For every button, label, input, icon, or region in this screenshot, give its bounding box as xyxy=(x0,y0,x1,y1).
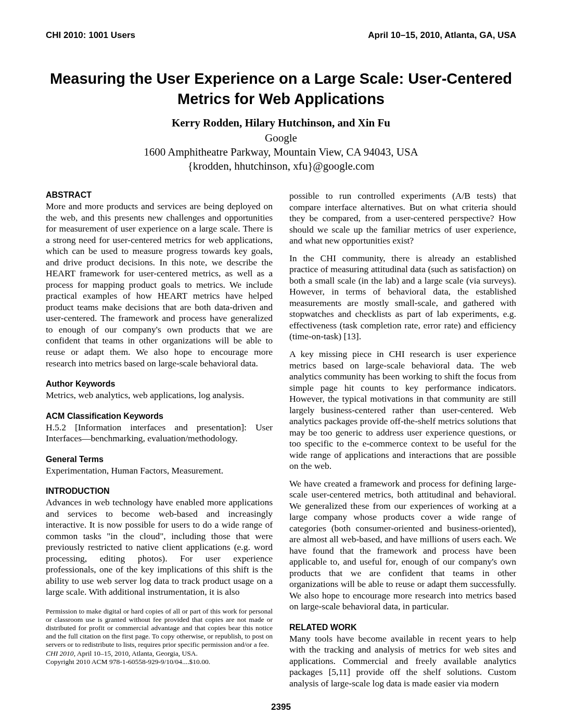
two-column-body: ABSTRACT More and more products and serv… xyxy=(46,190,516,689)
acm-text: H.5.2 [Information interfaces and presen… xyxy=(46,422,273,444)
affiliation: Google xyxy=(46,132,516,145)
general-terms-text: Experimentation, Human Factors, Measurem… xyxy=(46,465,273,477)
author-keywords-text: Metrics, web analytics, web applications… xyxy=(46,390,273,401)
intro-paragraph-1: Advances in web technology have enabled … xyxy=(46,497,273,598)
author-keywords-heading: Author Keywords xyxy=(46,379,273,389)
col2-paragraph-1: possible to run controlled experiments (… xyxy=(289,190,516,247)
authors: Kerry Rodden, Hilary Hutchinson, and Xin… xyxy=(46,117,516,130)
permission-venue: CHI 2010, April 10–15, 2010, Atlanta, Ge… xyxy=(46,649,273,658)
address: 1600 Amphitheatre Parkway, Mountain View… xyxy=(46,146,516,159)
email: {krodden, hhutchinson, xfu}@google.com xyxy=(46,160,516,173)
paper-title: Measuring the User Experience on a Large… xyxy=(46,69,516,109)
introduction-heading: INTRODUCTION xyxy=(46,487,273,496)
permission-venue-rest: , April 10–15, 2010, Atlanta, Georgia, U… xyxy=(74,649,198,657)
page-number: 2395 xyxy=(0,702,562,712)
header-right: April 10–15, 2010, Atlanta, GA, USA xyxy=(368,30,516,41)
acm-heading: ACM Classification Keywords xyxy=(46,412,273,421)
col2-paragraph-2: In the CHI community, there is already a… xyxy=(289,253,516,342)
header-left: CHI 2010: 1001 Users xyxy=(46,30,135,41)
related-paragraph-1: Many tools have become available in rece… xyxy=(289,633,516,689)
running-header: CHI 2010: 1001 Users April 10–15, 2010, … xyxy=(46,30,516,41)
related-work-heading: RELATED WORK xyxy=(289,623,516,632)
left-column: ABSTRACT More and more products and serv… xyxy=(46,190,273,689)
abstract-text: More and more products and services are … xyxy=(46,201,273,369)
permission-venue-italic: CHI 2010 xyxy=(46,649,74,657)
permission-notice: Permission to make digital or hard copie… xyxy=(46,607,273,649)
general-terms-heading: General Terms xyxy=(46,455,273,464)
abstract-heading: ABSTRACT xyxy=(46,190,273,200)
right-column: possible to run controlled experiments (… xyxy=(289,190,516,689)
col2-paragraph-3: A key missing piece in CHI research is u… xyxy=(289,349,516,472)
col2-paragraph-4: We have created a framework and process … xyxy=(289,478,516,612)
permission-copyright: Copyright 2010 ACM 978-1-60558-929-9/10/… xyxy=(46,658,273,666)
